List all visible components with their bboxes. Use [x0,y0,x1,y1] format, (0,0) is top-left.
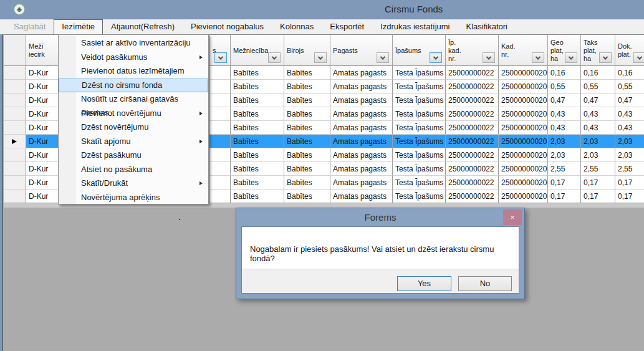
cell-geo[interactable]: 0,43 [548,107,581,121]
menu-item-dzēst-novērtējumu[interactable]: Dzēst novērtējumu [59,120,208,135]
cell-meznieciba[interactable]: Babītes [231,148,284,162]
cell-birojs[interactable]: Babītes [284,107,330,121]
cell-partial[interactable] [210,176,231,190]
cell-ipasums[interactable]: Testa Īpašums [393,121,446,135]
cell-dok[interactable]: 0,17 [615,190,644,203]
cell-ipasums[interactable]: Testa Īpašums [393,94,446,107]
cell-kad_nr[interactable]: 25000000020 [499,148,548,162]
no-button[interactable]: No [458,276,512,291]
cell-ipasums[interactable]: Testa Īpašums [393,135,446,148]
cell-ip_kad_nr[interactable]: 25000000022 [446,66,499,80]
cell-birojs[interactable]: Babītes [284,80,330,94]
cell-taks[interactable]: 0,17 [581,176,615,190]
cell-kad_nr[interactable]: 25000000020 [499,121,548,135]
cell-ipasums[interactable]: Testa Īpašums [393,107,446,121]
cell-ipasums[interactable]: Testa Īpašums [393,190,446,203]
cell-partial[interactable] [210,107,231,121]
cell-meznieciba[interactable]: Babītes [231,80,284,94]
menu-item-skatīt-drukāt[interactable]: Skatīt/Drukāt [59,176,208,191]
menubar-item-saglabāt[interactable]: Saglabāt [6,19,54,34]
column-header-ipasums[interactable]: Īpašums [393,35,446,66]
cell-birojs[interactable]: Babītes [284,121,330,135]
cell-selector[interactable] [4,176,26,190]
cell-kad_nr[interactable]: 25000000020 [499,176,548,190]
cell-partial[interactable] [210,162,231,176]
cell-partial[interactable] [210,148,231,162]
filter-dropdown-meznieciba[interactable] [268,52,281,63]
cell-dok[interactable]: 2,55 [615,162,644,176]
menu-item-atsiet-no-pasākuma[interactable]: Atsiet no pasākuma [59,163,208,177]
cell-birojs[interactable]: Babītes [284,176,330,190]
cell-partial[interactable] [210,190,231,203]
cell-geo[interactable]: 0,16 [548,66,581,80]
menubar-item-atjaunot-refresh[interactable]: Atjaunot(Refresh) [103,19,183,34]
cell-dok[interactable]: 2,03 [615,148,644,162]
cell-dok[interactable]: 0,16 [615,66,644,80]
menu-item-dzēst-no-cirsmu-fonda[interactable]: Dzēst no cirsmu fonda [59,79,208,93]
column-header-partial[interactable]: s [210,35,231,66]
cell-kad_nr[interactable]: 25000000020 [499,66,548,80]
cell-pagasts[interactable]: Amatas pagasts [330,162,393,176]
cell-kad_nr[interactable]: 25000000020 [499,94,548,107]
cell-partial[interactable] [210,80,231,94]
column-header-ip_kad_nr[interactable]: Īp.kad.nr. [446,35,499,66]
cell-partial[interactable] [210,94,231,107]
menubar-item-eksportēt[interactable]: Eksportēt [322,19,372,34]
cell-kad_nr[interactable]: 25000000020 [499,107,548,121]
filter-dropdown-partial[interactable] [214,52,227,63]
cell-meznieciba[interactable]: Babītes [231,121,284,135]
cell-kad_nr[interactable]: 25000000020 [499,190,548,203]
cell-geo[interactable]: 2,03 [548,148,581,162]
menubar-item-pievienot-nogabalus[interactable]: Pievienot nogabalus [183,19,272,34]
menubar-item-iezīmētie[interactable]: Iezīmētie [54,19,103,34]
cell-meznieciba[interactable]: Babītes [231,94,284,107]
filter-dropdown-dok[interactable] [633,52,644,63]
cell-geo[interactable]: 0,17 [548,176,581,190]
filter-dropdown-kad_nr[interactable] [532,52,544,63]
cell-partial[interactable] [210,66,231,80]
cell-taks[interactable]: 2,03 [581,135,615,148]
cell-kad_nr[interactable]: 25000000020 [499,80,548,94]
menubar-item-klasifikatori[interactable]: Klasifikatori [458,19,515,34]
menu-item-dzēst-pasākumu[interactable]: Dzēst pasākumu [59,148,208,163]
cell-selector[interactable] [4,121,26,135]
cell-ip_kad_nr[interactable]: 25000000022 [446,148,499,162]
cell-birojs[interactable]: Babītes [284,162,330,176]
cell-birojs[interactable]: Babītes [284,135,330,148]
cell-selector[interactable] [4,162,26,176]
menu-item-sasiet-ar-aktīvo-inventarizāciju[interactable]: Sasiet ar aktīvo inventarizāciju [59,36,208,50]
cell-geo[interactable]: 2,03 [548,135,581,148]
cell-taks[interactable]: 2,55 [581,162,615,176]
cell-ip_kad_nr[interactable]: 25000000022 [446,135,499,148]
cell-ipasums[interactable]: Testa Īpašums [393,176,446,190]
cell-dok[interactable]: 2,03 [615,135,644,148]
cell-geo[interactable]: 0,55 [548,80,581,94]
cell-pagasts[interactable]: Amatas pagasts [330,148,393,162]
filter-dropdown-pagasts[interactable] [377,52,389,63]
column-header-kad_nr[interactable]: Kad.nr. [499,35,548,66]
cell-taks[interactable]: 0,47 [581,94,615,107]
menu-item-skatīt-apjomu[interactable]: Skatīt apjomu [59,135,208,149]
cell-geo[interactable]: 0,47 [548,94,581,107]
cell-pagasts[interactable]: Amatas pagasts [330,135,393,148]
cell-dok[interactable]: 0,43 [615,121,644,135]
cell-ip_kad_nr[interactable]: 25000000022 [446,190,499,203]
cell-geo[interactable]: 2,55 [548,162,581,176]
cell-taks[interactable]: 0,55 [581,80,615,94]
filter-dropdown-geo[interactable] [565,52,577,63]
cell-meznieciba[interactable]: Babītes [231,107,284,121]
cell-ipasums[interactable]: Testa Īpašums [393,80,446,94]
cell-birojs[interactable]: Babītes [284,148,330,162]
cell-geo[interactable]: 0,43 [548,121,581,135]
cell-taks[interactable]: 0,43 [581,121,615,135]
cell-birojs[interactable]: Babītes [284,190,330,203]
menu-item-pievienot-novērtējumu[interactable]: Pievienot novērtējumu [59,107,208,121]
cell-ip_kad_nr[interactable]: 25000000022 [446,94,499,107]
cell-partial[interactable] [210,121,231,135]
cell-meznieciba[interactable]: Babītes [231,162,284,176]
cell-taks[interactable]: 0,16 [581,66,615,80]
cell-pagasts[interactable]: Amatas pagasts [330,121,393,135]
cell-geo[interactable]: 0,17 [548,190,581,203]
column-header-meznieciba[interactable]: Mežniecība [231,35,284,66]
cell-pagasts[interactable]: Amatas pagasts [330,190,393,203]
